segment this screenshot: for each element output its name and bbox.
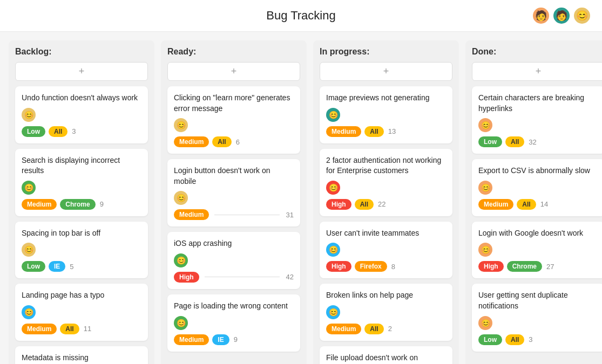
column-ready: Ready:+Clicking on "learn more" generate… <box>161 40 307 364</box>
badge-chrome: Chrome <box>507 261 542 272</box>
card-footer: HighChrome27 <box>478 261 598 272</box>
page-title: Bug Tracking <box>266 9 335 22</box>
card-count: 13 <box>388 127 396 135</box>
add-card-button-inprogress[interactable]: + <box>320 62 452 81</box>
badge-all: All <box>364 324 383 334</box>
card-footer: Medium31 <box>174 209 294 220</box>
card-footer: HighFirefox8 <box>326 261 446 272</box>
card[interactable]: Search is displaying incorrect results😊M… <box>15 149 148 216</box>
card-count: 27 <box>546 263 554 271</box>
avatar: 😊 <box>22 305 36 319</box>
card[interactable]: Clicking on "learn more" generates error… <box>167 86 300 154</box>
badge-medium: Medium <box>174 209 209 220</box>
card-title: File upload doesn't work on Chrome <box>326 353 446 364</box>
card[interactable]: Export to CSV is abnormally slow😊MediumA… <box>472 159 602 216</box>
card[interactable]: Page is loading the wrong content😊Medium… <box>167 294 300 352</box>
header: Bug Tracking 🧑 🧑 😊 <box>0 0 602 32</box>
card-footer: MediumIE9 <box>174 334 294 345</box>
card-count: 9 <box>100 200 104 208</box>
card-footer: MediumChrome9 <box>22 199 141 210</box>
badge-all: All <box>517 199 536 210</box>
card-title: Clicking on "learn more" generates error… <box>174 93 294 114</box>
user-avatars: 🧑 🧑 😊 <box>532 6 591 25</box>
badge-all: All <box>505 136 524 147</box>
card-footer: LowAll3 <box>478 334 598 345</box>
divider-line <box>205 277 280 277</box>
card-title: 2 factor authentication not working for … <box>326 155 446 176</box>
card-title: Metadata is missing <box>22 353 141 363</box>
card-title: User can't invite teammates <box>326 228 446 239</box>
badge-all: All <box>355 199 374 210</box>
avatar: 😊 <box>326 243 340 257</box>
badge-all: All <box>505 334 524 345</box>
card-title: Undo function doesn't always work <box>22 93 141 104</box>
card[interactable]: User getting sent duplicate notification… <box>472 284 602 351</box>
card-count: 3 <box>72 127 76 135</box>
badge-medium: Medium <box>22 324 57 334</box>
avatar-3: 😊 <box>573 6 591 25</box>
card[interactable]: File upload doesn't work on Chrome😊··· <box>320 346 452 364</box>
card-count: 3 <box>529 335 532 344</box>
card[interactable]: Metadata is missing😊 <box>15 346 148 364</box>
card-title: Login with Google doesn't work <box>478 228 598 239</box>
avatar: 😊 <box>478 118 492 132</box>
avatar: 😊 <box>174 191 188 205</box>
card[interactable]: User can't invite teammates😊HighFirefox8 <box>320 222 452 279</box>
card-count: 2 <box>388 325 392 333</box>
card-footer: High42 <box>174 272 294 283</box>
card[interactable]: Login with Google doesn't work😊HighChrom… <box>472 222 602 279</box>
column-header-ready: Ready: <box>167 47 300 57</box>
avatar: 😊 <box>174 253 188 267</box>
badge-high: High <box>174 272 199 283</box>
column-header-backlog: Backlog: <box>15 47 148 57</box>
column-header-done: Done: <box>472 47 602 57</box>
card[interactable]: Undo function doesn't always work😊LowAll… <box>15 86 148 143</box>
avatar: 😊 <box>174 316 188 330</box>
add-card-button-ready[interactable]: + <box>167 62 300 81</box>
add-card-button-backlog[interactable]: + <box>15 62 148 81</box>
badge-low: Low <box>22 126 45 137</box>
card-title: Search is displaying incorrect results <box>22 155 141 176</box>
card[interactable]: iOS app crashing😊High42 <box>167 232 300 289</box>
avatar: 😊 <box>478 243 492 257</box>
card-footer: LowIE5 <box>22 261 141 272</box>
card-footer: HighAll22 <box>326 199 446 210</box>
avatar: 😊 <box>22 181 36 195</box>
badge-low: Low <box>22 261 45 272</box>
avatar: 😊 <box>326 108 340 122</box>
card-count: 31 <box>286 211 294 219</box>
avatar: 😊 <box>174 118 188 132</box>
card[interactable]: Certain characters are breaking hyperlin… <box>472 86 602 154</box>
card[interactable]: Login button doesn't work on mobile😊Medi… <box>167 159 300 226</box>
card[interactable]: Broken links on help page😊MediumAll2 <box>320 284 452 341</box>
card[interactable]: Landing page has a typo😊MediumAll11 <box>15 284 148 341</box>
badge-all: All <box>364 126 383 137</box>
badge-all: All <box>212 136 231 147</box>
avatar: 😊 <box>478 316 492 330</box>
card[interactable]: Spacing in top bar is off😊LowIE5 <box>15 222 148 279</box>
badge-medium: Medium <box>174 136 209 147</box>
badge-all: All <box>49 126 67 137</box>
kanban-board: Backlog:+Undo function doesn't always wo… <box>0 32 602 364</box>
avatar-2: 🧑 <box>552 6 571 25</box>
add-card-button-done[interactable]: + <box>472 62 602 81</box>
badge-high: High <box>326 199 351 210</box>
column-header-inprogress: In progress: <box>320 47 452 57</box>
card-footer: MediumAll13 <box>326 126 446 137</box>
card-footer: MediumAll14 <box>478 199 598 210</box>
card-footer: MediumAll2 <box>326 324 446 334</box>
column-done: Done:+Certain characters are breaking hy… <box>465 40 602 364</box>
card-title: Certain characters are breaking hyperlin… <box>478 93 598 114</box>
card[interactable]: Image previews not generating😊MediumAll1… <box>320 86 452 143</box>
card[interactable]: 2 factor authentication not working for … <box>320 149 452 216</box>
column-inprogress: In progress:+Image previews not generati… <box>313 40 459 364</box>
badge-medium: Medium <box>478 199 513 210</box>
card-count: 5 <box>70 263 73 271</box>
badge-low: Low <box>478 334 502 345</box>
card-title: User getting sent duplicate notification… <box>478 290 598 311</box>
card-footer: MediumAll6 <box>174 136 294 147</box>
badge-low: Low <box>478 136 502 147</box>
card-count: 6 <box>236 138 240 146</box>
badge-ie: IE <box>212 334 229 345</box>
badge-medium: Medium <box>22 199 57 210</box>
